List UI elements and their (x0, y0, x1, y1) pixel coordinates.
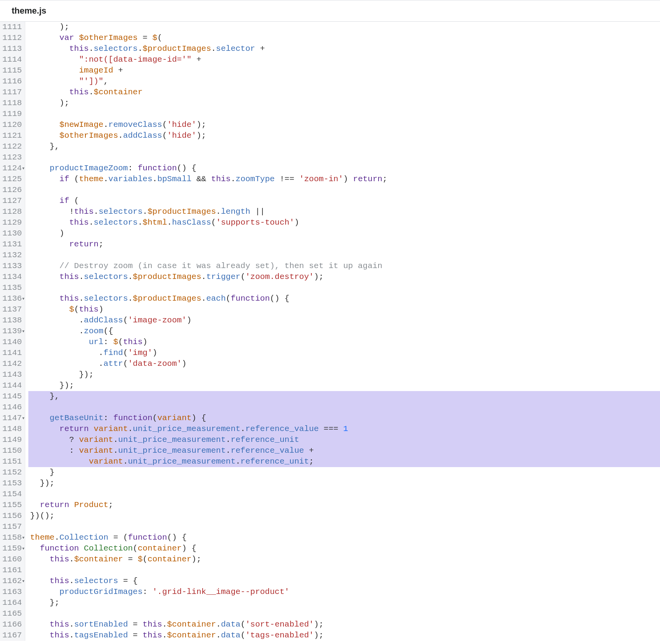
code-line[interactable]: this.tagsEnabled = this.$container.data(… (28, 630, 660, 641)
code-line[interactable]: }; (28, 597, 660, 608)
code-line[interactable]: this.selectors.$productImages.selector + (28, 43, 660, 54)
code-line[interactable] (28, 282, 660, 293)
line-number: 1135 (2, 282, 22, 293)
code-line[interactable]: }); (28, 380, 660, 391)
code-line[interactable] (28, 185, 660, 196)
line-number: 1118 (2, 98, 22, 109)
code-line[interactable] (28, 402, 660, 413)
code-line[interactable] (28, 109, 660, 119)
line-number: 1146 (2, 402, 22, 413)
code-editor[interactable]: 1111111211131114111511161117111811191120… (0, 22, 660, 641)
file-title: theme.js (12, 6, 46, 16)
line-number: 1132 (2, 250, 22, 261)
code-line[interactable]: imageId + (28, 65, 660, 76)
code-line[interactable]: this.selectors.$productImages.trigger('z… (28, 272, 660, 282)
line-number: 1138 (2, 315, 22, 326)
code-line[interactable]: ? variant.unit_price_measurement.referen… (28, 435, 660, 445)
line-number: 1123 (2, 152, 22, 163)
code-line[interactable]: ); (28, 22, 660, 33)
line-number: 1154 (2, 489, 22, 500)
fold-toggle-icon[interactable]: ▾ (21, 576, 25, 587)
line-number: 1134 (2, 272, 22, 282)
fold-toggle-icon[interactable]: ▾ (21, 163, 25, 174)
line-number: 1113 (2, 43, 22, 54)
line-number: 1128 (2, 206, 22, 217)
code-line[interactable]: // Destroy zoom (in case it was already … (28, 261, 660, 272)
line-number: 1136▾ (2, 293, 22, 304)
fold-toggle-icon[interactable]: ▾ (21, 293, 25, 304)
fold-toggle-icon[interactable]: ▾ (21, 413, 25, 424)
code-line[interactable]: !this.selectors.$productImages.length || (28, 206, 660, 217)
code-line[interactable]: "'])", (28, 76, 660, 87)
code-line[interactable]: theme.Collection = (function() { (28, 532, 660, 543)
code-line[interactable]: this.sortEnabled = this.$container.data(… (28, 619, 660, 630)
code-line[interactable] (28, 608, 660, 619)
code-line[interactable]: ) (28, 228, 660, 239)
fold-toggle-icon[interactable]: ▾ (21, 543, 25, 554)
line-number: 1111 (2, 22, 22, 33)
code-line[interactable] (28, 152, 660, 163)
line-number: 1158▾ (2, 532, 22, 543)
line-number: 1119 (2, 109, 22, 119)
code-line[interactable]: }, (28, 391, 660, 402)
code-line[interactable]: if ( (28, 196, 660, 206)
code-line[interactable]: getBaseUnit: function(variant) { (28, 413, 660, 424)
code-line[interactable] (28, 565, 660, 576)
code-line[interactable]: }, (28, 141, 660, 152)
code-line[interactable] (28, 250, 660, 261)
fold-toggle-icon[interactable]: ▾ (21, 326, 25, 337)
code-line[interactable]: this.$container = $(container); (28, 554, 660, 565)
code-line[interactable]: .addClass('image-zoom') (28, 315, 660, 326)
code-line[interactable]: $otherImages.addClass('hide'); (28, 130, 660, 141)
code-line[interactable]: }); (28, 369, 660, 380)
code-line[interactable]: url: $(this) (28, 337, 660, 348)
code-line[interactable]: : variant.unit_price_measurement.referen… (28, 445, 660, 456)
code-line[interactable]: .attr('data-zoom') (28, 358, 660, 369)
code-line[interactable]: var $otherImages = $( (28, 33, 660, 43)
line-number: 1114 (2, 54, 22, 65)
code-line[interactable]: this.selectors = { (28, 576, 660, 587)
line-number-gutter: 1111111211131114111511161117111811191120… (0, 22, 25, 641)
fold-toggle-icon[interactable]: ▾ (21, 532, 25, 543)
line-number: 1120 (2, 119, 22, 130)
code-line[interactable]: ":not([data-image-id='" + (28, 54, 660, 65)
line-number: 1165 (2, 608, 22, 619)
line-number: 1166 (2, 619, 22, 630)
code-line[interactable]: productGridImages: '.grid-link__image--p… (28, 587, 660, 597)
code-line[interactable]: productImageZoom: function() { (28, 163, 660, 174)
line-number: 1148 (2, 424, 22, 435)
line-number: 1140 (2, 337, 22, 348)
line-number: 1141 (2, 348, 22, 358)
code-line[interactable]: .find('img') (28, 348, 660, 358)
line-number: 1130 (2, 228, 22, 239)
code-line[interactable] (28, 489, 660, 500)
line-number: 1164 (2, 597, 22, 608)
code-line[interactable]: ); (28, 98, 660, 109)
line-number: 1150 (2, 445, 22, 456)
code-line[interactable]: .zoom({ (28, 326, 660, 337)
line-number: 1153 (2, 478, 22, 489)
code-line[interactable]: return Product; (28, 500, 660, 511)
code-line[interactable]: variant.unit_price_measurement.reference… (28, 456, 660, 467)
line-number: 1163 (2, 587, 22, 597)
line-number: 1162▾ (2, 576, 22, 587)
code-line[interactable]: $(this) (28, 304, 660, 315)
code-line[interactable]: return; (28, 239, 660, 250)
code-line[interactable]: function Collection(container) { (28, 543, 660, 554)
code-line[interactable]: } (28, 467, 660, 478)
code-line[interactable]: this.selectors.$html.hasClass('supports-… (28, 217, 660, 228)
code-line[interactable]: }); (28, 478, 660, 489)
line-number: 1142 (2, 358, 22, 369)
line-number: 1127 (2, 196, 22, 206)
code-line[interactable]: $newImage.removeClass('hide'); (28, 119, 660, 130)
line-number: 1124▾ (2, 163, 22, 174)
code-area[interactable]: ); var $otherImages = $( this.selectors.… (25, 22, 660, 641)
code-line[interactable]: this.selectors.$productImages.each(funct… (28, 293, 660, 304)
line-number: 1145 (2, 391, 22, 402)
code-line[interactable]: })(); (28, 511, 660, 521)
code-line[interactable]: return variant.unit_price_measurement.re… (28, 424, 660, 435)
code-line[interactable] (28, 521, 660, 532)
code-line[interactable]: if (theme.variables.bpSmall && this.zoom… (28, 174, 660, 185)
code-line[interactable]: this.$container (28, 87, 660, 98)
line-number: 1144 (2, 380, 22, 391)
